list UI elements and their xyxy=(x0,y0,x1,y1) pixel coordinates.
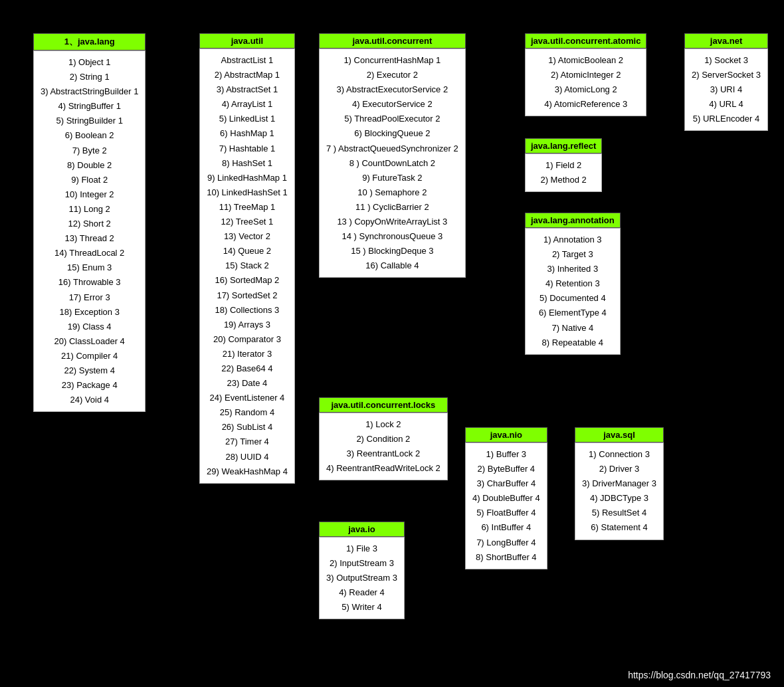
package-java-sql: java.sql1) Connection 32) Driver 33) Dri… xyxy=(575,427,664,540)
package-java-lang: 1、java.lang1) Object 12) String 13) Abst… xyxy=(33,33,146,412)
list-item: 8) Repeatable 4 xyxy=(532,336,613,350)
list-item: 21) Compiler 4 xyxy=(41,349,138,363)
footer-url: https://blog.csdn.net/qq_27417793 xyxy=(628,670,771,680)
package-java-util-concurrent-atomic: java.util.concurrent.atomic1) AtomicBool… xyxy=(525,33,646,116)
package-java-net: java.net1) Socket 32) ServerSocket 33) U… xyxy=(684,33,768,131)
package-java-util-concurrent-locks: java.util.concurrent.locks1) Lock 22) Co… xyxy=(319,397,448,480)
package-java-nio: java.nio1) Buffer 32) ByteBuffer 43) Cha… xyxy=(465,427,547,569)
package-java-lang-reflect: java.lang.reflect1) Field 22) Method 2 xyxy=(525,138,602,192)
list-item: 3) ReentrantLock 2 xyxy=(326,446,441,461)
list-item: 5) Writer 4 xyxy=(326,600,397,615)
list-item: 1) Field 2 xyxy=(532,158,595,173)
list-item: 18) Collections 3 xyxy=(207,303,288,318)
list-item: 9) LinkedHashMap 1 xyxy=(207,171,288,185)
package-header-java-util-concurrent-atomic: java.util.concurrent.atomic xyxy=(525,33,646,49)
package-body-java-lang: 1) Object 12) String 13) AbstractStringB… xyxy=(33,50,146,412)
list-item: 5) URLEncoder 4 xyxy=(692,112,761,126)
list-item: 16) Callable 4 xyxy=(326,258,458,273)
list-item: 20) ClassLoader 4 xyxy=(41,334,138,349)
list-item: 4) Reader 4 xyxy=(326,585,397,600)
list-item: 1) Annotation 3 xyxy=(532,233,613,247)
list-item: 4) StringBuffer 1 xyxy=(41,99,138,114)
list-item: 15 ) BlockingDeque 3 xyxy=(326,244,458,258)
list-item: 5) FloatBuffer 4 xyxy=(472,506,540,520)
list-item: 4) ExecutorService 2 xyxy=(326,97,458,112)
list-item: 29) WeakHashMap 4 xyxy=(207,464,288,479)
page-container: 1、java.lang1) Object 12) String 13) Abst… xyxy=(0,0,784,687)
list-item: 25) Random 4 xyxy=(207,405,288,420)
package-header-java-lang-reflect: java.lang.reflect xyxy=(525,138,602,153)
list-item: 9) FutureTask 2 xyxy=(326,171,458,185)
list-item: 17) SortedSet 2 xyxy=(207,288,288,303)
list-item: 7) Hashtable 1 xyxy=(207,142,288,156)
package-body-java-util-concurrent: 1) ConcurrentHashMap 12) Executor 23) Ab… xyxy=(319,49,466,278)
list-item: 28) UUID 4 xyxy=(207,450,288,464)
list-item: 1) ConcurrentHashMap 1 xyxy=(326,53,458,68)
list-item: 8 ) CountDownLatch 2 xyxy=(326,156,458,171)
list-item: 5) ResultSet 4 xyxy=(582,506,656,520)
list-item: 7 ) AbstractQueuedSynchronizer 2 xyxy=(326,142,458,156)
list-item: 22) System 4 xyxy=(41,363,138,378)
list-item: 11) Long 2 xyxy=(41,202,138,217)
list-item: 4) URL 4 xyxy=(692,97,761,112)
list-item: 4) JDBCType 3 xyxy=(582,491,656,506)
package-header-java-lang-annotation: java.lang.annotation xyxy=(525,213,621,228)
list-item: 7) LongBuffer 4 xyxy=(472,536,540,550)
list-item: 2) InputStream 3 xyxy=(326,556,397,571)
package-body-java-util: AbstractList 12) AbstractMap 13) Abstrac… xyxy=(199,49,295,484)
package-body-java-util-concurrent-atomic: 1) AtomicBoolean 22) AtomicInteger 23) A… xyxy=(525,49,646,116)
list-item: 18) Exception 3 xyxy=(41,305,138,320)
package-header-java-util: java.util xyxy=(199,33,295,49)
list-item: 6) ElementType 4 xyxy=(532,306,613,320)
package-header-java-util-concurrent: java.util.concurrent xyxy=(319,33,466,49)
list-item: 4) Retention 3 xyxy=(532,276,613,291)
package-java-lang-annotation: java.lang.annotation1) Annotation 32) Ta… xyxy=(525,213,621,355)
list-item: 2) Method 2 xyxy=(532,173,595,187)
list-item: 27) Timer 4 xyxy=(207,435,288,449)
list-item: 1) Buffer 3 xyxy=(472,447,540,462)
package-body-java-sql: 1) Connection 32) Driver 33) DriverManag… xyxy=(575,442,664,540)
list-item: 24) EventListener 4 xyxy=(207,391,288,405)
list-item: 6) HashMap 1 xyxy=(207,126,288,141)
list-item: 4) DoubleBuffer 4 xyxy=(472,491,540,506)
list-item: 1) Connection 3 xyxy=(582,447,656,462)
list-item: 13) Thread 2 xyxy=(41,231,138,246)
package-body-java-util-concurrent-locks: 1) Lock 22) Condition 23) ReentrantLock … xyxy=(319,413,448,480)
list-item: 3) DriverManager 3 xyxy=(582,476,656,491)
list-item: 3) AbstractExecutorService 2 xyxy=(326,82,458,97)
list-item: 10) Integer 2 xyxy=(41,187,138,202)
list-item: 2) Condition 2 xyxy=(326,432,441,446)
list-item: 23) Date 4 xyxy=(207,376,288,391)
list-item: 6) Statement 4 xyxy=(582,520,656,535)
list-item: 11) TreeMap 1 xyxy=(207,200,288,215)
list-item: 15) Enum 3 xyxy=(41,260,138,275)
list-item: 2) AtomicInteger 2 xyxy=(532,68,639,82)
list-item: 7) Byte 2 xyxy=(41,144,138,158)
list-item: 6) IntBuffer 4 xyxy=(472,520,540,535)
list-item: 20) Comparator 3 xyxy=(207,332,288,347)
list-item: 2) Executor 2 xyxy=(326,68,458,82)
list-item: 16) Throwable 3 xyxy=(41,275,138,290)
package-body-java-lang-annotation: 1) Annotation 32) Target 33) Inherited 3… xyxy=(525,228,621,355)
list-item: 1) Socket 3 xyxy=(692,53,761,68)
list-item: 3) OutputStream 3 xyxy=(326,571,397,585)
list-item: 3) CharBuffer 4 xyxy=(472,476,540,491)
list-item: 2) ByteBuffer 4 xyxy=(472,462,540,476)
list-item: 2) Target 3 xyxy=(532,247,613,262)
list-item: 4) AtomicReference 3 xyxy=(532,97,639,112)
package-header-java-lang: 1、java.lang xyxy=(33,33,146,50)
list-item: 12) TreeSet 1 xyxy=(207,215,288,229)
list-item: 3) URI 4 xyxy=(692,82,761,97)
list-item: AbstractList 1 xyxy=(207,53,288,68)
list-item: 7) Native 4 xyxy=(532,321,613,336)
list-item: 13 ) CopyOnWriteArrayList 3 xyxy=(326,215,458,229)
package-java-io: java.io1) File 32) InputStream 33) Outpu… xyxy=(319,522,405,619)
list-item: 2) AbstractMap 1 xyxy=(207,68,288,82)
list-item: 5) ThreadPoolExecutor 2 xyxy=(326,112,458,126)
list-item: 2) ServerSocket 3 xyxy=(692,68,761,82)
list-item: 9) Float 2 xyxy=(41,173,138,187)
list-item: 10 ) Semaphore 2 xyxy=(326,185,458,200)
list-item: 14) ThreadLocal 2 xyxy=(41,246,138,260)
list-item: 22) Base64 4 xyxy=(207,361,288,376)
package-body-java-lang-reflect: 1) Field 22) Method 2 xyxy=(525,153,602,192)
